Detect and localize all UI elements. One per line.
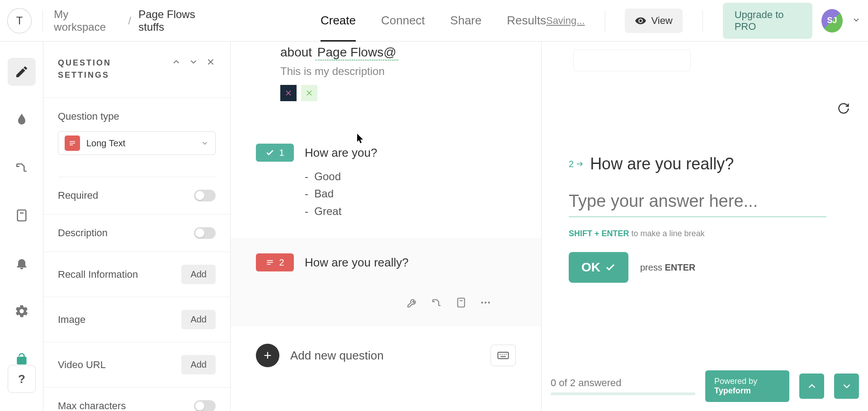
- question-text-2[interactable]: How are you really?: [305, 256, 409, 270]
- image-label: Image: [58, 314, 85, 326]
- tab-share[interactable]: Share: [450, 14, 481, 28]
- user-avatar[interactable]: SJ: [821, 9, 843, 33]
- form-preview: 2 How are you really? SHIFT + ENTER to m…: [542, 42, 868, 411]
- question-type-value: Long Text: [86, 138, 125, 149]
- prev-question-icon[interactable]: [171, 57, 181, 69]
- description-label: Description: [58, 227, 108, 239]
- question-block-1[interactable]: 1 How are you? - Good - Bad - Great: [231, 128, 541, 238]
- help-button[interactable]: ?: [8, 365, 36, 393]
- option: Great: [314, 205, 341, 217]
- eye-icon: [635, 15, 646, 27]
- required-label: Required: [58, 190, 98, 201]
- view-button[interactable]: View: [625, 9, 682, 33]
- progress-text: 0 of 2 answered: [551, 377, 695, 389]
- svg-rect-30: [500, 356, 506, 357]
- welcome-title: about Page Flows@: [280, 45, 516, 61]
- question-badge-2: 2: [256, 253, 294, 271]
- rail-settings-icon[interactable]: [8, 297, 36, 325]
- chevron-down-icon: [201, 139, 209, 147]
- question-text-1[interactable]: How are you?: [305, 146, 377, 160]
- image-add-button[interactable]: Add: [181, 310, 216, 329]
- tab-connect[interactable]: Connect: [381, 14, 425, 28]
- ok-button[interactable]: OK: [569, 252, 628, 283]
- calculator-tool-icon[interactable]: [455, 297, 467, 308]
- recall-label: Recall Information: [58, 269, 138, 280]
- next-question-icon[interactable]: [189, 57, 198, 69]
- close-settings-icon[interactable]: [206, 57, 216, 69]
- recall-add-button[interactable]: Add: [181, 265, 216, 284]
- breadcrumb: My workspace / Page Flows stuffs: [54, 8, 221, 33]
- maxchars-toggle[interactable]: [194, 400, 216, 411]
- press-enter-hint: press ENTER: [640, 262, 695, 273]
- svg-rect-25: [498, 352, 508, 359]
- powered-by-badge[interactable]: Powered by Typeform: [705, 370, 789, 402]
- answer-input[interactable]: [569, 191, 826, 217]
- question-type-label: Question type: [58, 111, 216, 122]
- prev-nav-button[interactable]: [799, 374, 824, 399]
- question-toolbar: [256, 271, 516, 308]
- question-number-1: 1: [279, 148, 284, 158]
- question-settings-panel: QUESTION SETTINGS Question type Long Tex…: [43, 42, 231, 411]
- main-tabs: Create Connect Share Results: [321, 14, 546, 28]
- maxchars-label: Max characters: [58, 400, 126, 411]
- svg-point-29: [506, 354, 507, 355]
- next-nav-button[interactable]: [834, 374, 859, 399]
- logic-tool-icon[interactable]: [431, 297, 443, 308]
- divider: [605, 10, 605, 32]
- option: Good: [314, 170, 341, 182]
- add-question-label: Add new question: [290, 349, 384, 363]
- welcome-description: This is my description: [280, 65, 516, 78]
- svg-point-26: [500, 354, 500, 355]
- rail-logic-icon[interactable]: [8, 154, 36, 182]
- view-label: View: [651, 15, 672, 27]
- image-thumbnail[interactable]: [280, 85, 297, 101]
- video-add-button[interactable]: Add: [181, 355, 216, 374]
- required-toggle[interactable]: [194, 190, 216, 201]
- question-badge-1: 1: [256, 144, 294, 162]
- welcome-title-prefix: about: [280, 45, 316, 59]
- preview-question-title: How are you really?: [590, 154, 734, 173]
- refresh-preview-icon[interactable]: [833, 98, 854, 119]
- long-text-icon: [65, 135, 80, 151]
- preview-placeholder-box: [573, 50, 691, 71]
- rail-notifications-icon[interactable]: [8, 249, 36, 277]
- keyboard-button[interactable]: [491, 345, 516, 366]
- divider: [42, 10, 43, 32]
- remove-image-icon[interactable]: [301, 85, 317, 101]
- video-label: Video URL: [58, 359, 106, 371]
- welcome-block[interactable]: about Page Flows@ This is my description: [231, 42, 541, 128]
- more-tool-icon[interactable]: [480, 297, 491, 308]
- divider: [703, 10, 703, 32]
- question-options-1: - Good - Bad - Great: [305, 168, 516, 220]
- question-type-select[interactable]: Long Text: [58, 131, 216, 155]
- progress-bar: [551, 392, 695, 395]
- rail-build-icon[interactable]: [8, 58, 36, 86]
- rail-calculator-icon[interactable]: [8, 201, 36, 229]
- svg-rect-20: [458, 298, 464, 307]
- preview-question-number: 2: [569, 159, 584, 169]
- svg-point-22: [481, 302, 483, 304]
- answer-hint: SHIFT + ENTER to make a line break: [569, 229, 841, 238]
- tab-results[interactable]: Results: [507, 14, 546, 28]
- recall-chip[interactable]: Page Flows@: [316, 45, 398, 61]
- tab-create[interactable]: Create: [321, 14, 356, 42]
- breadcrumb-workspace[interactable]: My workspace: [54, 8, 121, 33]
- svg-point-23: [485, 302, 486, 304]
- question-block-2[interactable]: 2 How are you really?: [231, 238, 541, 327]
- left-rail: ?: [0, 42, 43, 411]
- question-number-2: 2: [279, 257, 284, 268]
- svg-point-24: [488, 302, 490, 304]
- question-editor: about Page Flows@ This is my description…: [231, 42, 542, 411]
- add-question-button[interactable]: +: [256, 344, 279, 367]
- breadcrumb-form-name[interactable]: Page Flows stuffs: [138, 8, 221, 33]
- add-question-row: + Add new question: [231, 327, 541, 384]
- saving-indicator: Saving...: [546, 15, 585, 27]
- chevron-down-icon[interactable]: [852, 15, 861, 26]
- upgrade-button[interactable]: Upgrade to PRO: [723, 3, 813, 39]
- settings-tool-icon[interactable]: [406, 297, 418, 308]
- option: Bad: [314, 187, 334, 200]
- preview-question-header: 2 How are you really?: [569, 154, 841, 173]
- description-toggle[interactable]: [194, 227, 216, 239]
- rail-design-icon[interactable]: [8, 106, 36, 134]
- org-avatar[interactable]: T: [7, 8, 32, 33]
